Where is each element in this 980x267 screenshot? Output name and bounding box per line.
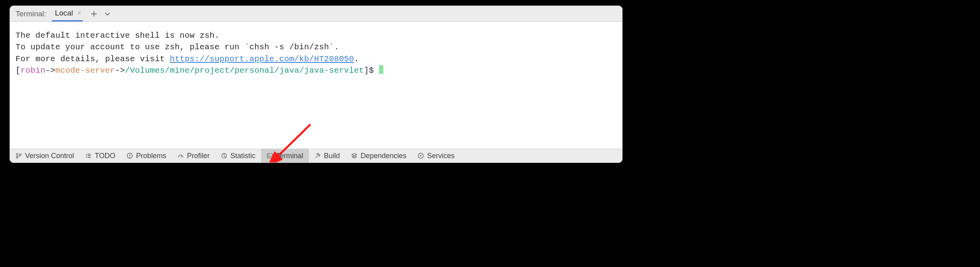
layers-icon	[351, 153, 357, 159]
cursor	[379, 65, 383, 74]
tool-tab-label: TODO	[95, 152, 115, 160]
tool-tab-label: Profiler	[187, 152, 210, 160]
tab-actions	[91, 11, 111, 17]
terminal-icon	[267, 153, 273, 159]
terminal-line: For more details, please visit	[16, 54, 170, 64]
svg-rect-7	[88, 155, 91, 156]
tool-tab-dependencies[interactable]: Dependencies	[346, 149, 412, 163]
prompt-arrow: ->	[115, 66, 125, 75]
tool-tab-label: Dependencies	[361, 152, 406, 160]
prompt-open: [	[16, 66, 21, 75]
chevron-down-icon[interactable]	[104, 11, 111, 17]
svg-point-3	[20, 154, 21, 155]
svg-point-2	[16, 157, 18, 158]
terminal-link[interactable]: https://support.apple.com/kb/HT208050	[170, 54, 354, 64]
tool-tab-profiler[interactable]: Profiler	[172, 149, 215, 163]
list-icon	[85, 153, 92, 159]
svg-rect-11	[129, 154, 130, 156]
tool-tab-label: Terminal	[276, 152, 303, 160]
prompt-arrow: ->	[45, 66, 55, 75]
prompt-user: robin	[21, 66, 46, 75]
svg-rect-14	[267, 154, 272, 158]
tab-label: Local	[55, 9, 73, 17]
svg-point-1	[16, 153, 18, 155]
tool-tab-services[interactable]: Services	[412, 149, 460, 163]
tool-tab-statistic[interactable]: Statistic	[215, 149, 261, 163]
prompt-close: ]$	[364, 66, 379, 75]
prompt-host: mcode-server	[55, 66, 115, 75]
panel-title: Terminal:	[16, 10, 50, 18]
new-tab-icon[interactable]	[91, 11, 97, 17]
tool-tab-label: Services	[427, 152, 455, 160]
tool-tab-label: Version Control	[25, 152, 74, 160]
play-circle-icon	[418, 153, 424, 159]
svg-rect-12	[129, 157, 130, 158]
prompt-path: /Volumes/mine/project/personal/java/java…	[125, 66, 364, 75]
terminal-tab-bar: Terminal: Local ×	[10, 6, 622, 22]
svg-rect-5	[88, 154, 91, 155]
terminal-toolwindow: Terminal: Local × The default interactiv…	[10, 6, 623, 163]
svg-rect-8	[86, 157, 87, 158]
pie-chart-icon	[221, 153, 227, 159]
svg-rect-4	[86, 154, 87, 155]
tool-tab-terminal[interactable]: Terminal	[261, 149, 309, 163]
tool-tab-label: Problems	[136, 152, 166, 160]
terminal-line: The default interactive shell is now zsh…	[16, 31, 220, 40]
terminal-content[interactable]: The default interactive shell is now zsh…	[10, 22, 622, 149]
gauge-icon	[178, 153, 184, 159]
svg-rect-6	[86, 155, 87, 156]
tool-tab-label: Statistic	[230, 152, 256, 160]
warning-icon	[127, 153, 133, 159]
hammer-icon	[314, 153, 321, 159]
tool-tab-label: Build	[324, 152, 340, 160]
terminal-text: .	[354, 54, 359, 64]
terminal-line: To update your account to use zsh, pleas…	[16, 43, 339, 52]
branch-icon	[16, 153, 22, 159]
tool-tab-todo[interactable]: TODO	[80, 149, 121, 163]
toolwindow-bottom-bar: Version Control TODO Problems Profiler S…	[10, 149, 622, 163]
terminal-tab-local[interactable]: Local ×	[52, 6, 83, 21]
tool-tab-problems[interactable]: Problems	[121, 149, 172, 163]
close-icon[interactable]: ×	[77, 9, 82, 17]
tool-tab-build[interactable]: Build	[309, 149, 346, 163]
svg-rect-9	[88, 157, 91, 158]
tool-tab-version-control[interactable]: Version Control	[10, 149, 80, 163]
